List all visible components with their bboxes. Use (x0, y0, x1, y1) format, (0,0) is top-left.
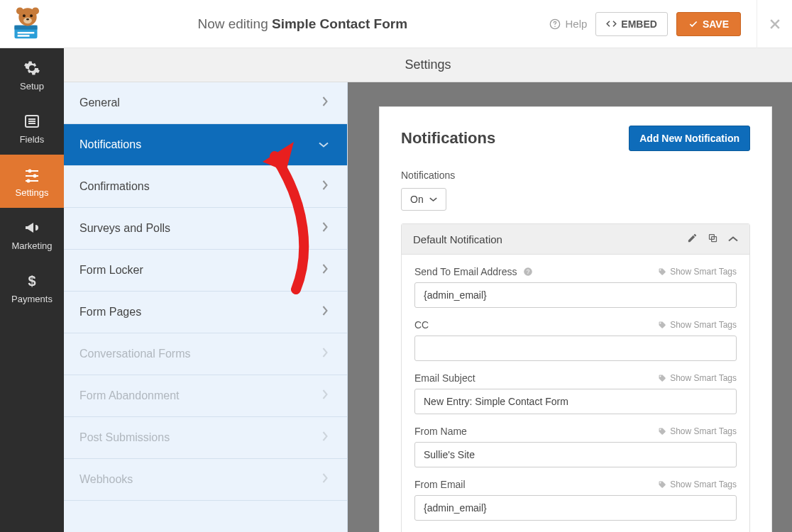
chevron-down-icon (429, 197, 437, 202)
edit-icon[interactable] (687, 233, 698, 245)
notifications-panel: Notifications Add New Notification Notif… (379, 106, 772, 532)
sidebar-item-label: General (79, 96, 120, 109)
add-notification-button[interactable]: Add New Notification (629, 126, 750, 151)
notification-item-header: Default Notification (402, 224, 749, 255)
sidebar-item-label: Form Pages (79, 306, 141, 318)
check-icon (688, 19, 698, 29)
nav-label: Setup (0, 81, 64, 92)
show-smart-tags[interactable]: Show Smart Tags (658, 480, 737, 489)
send-to-input[interactable] (414, 282, 737, 308)
svg-point-22 (33, 174, 37, 178)
field-from-name: From Name Show Smart Tags (414, 426, 737, 467)
help-icon[interactable]: ? (523, 267, 533, 277)
save-button[interactable]: SAVE (676, 12, 741, 36)
close-icon (768, 17, 782, 31)
save-label: SAVE (703, 18, 729, 30)
bullhorn-icon (23, 219, 40, 236)
sidebar-item-conversational[interactable]: Conversational Forms (64, 333, 347, 375)
form-name: Simple Contact Form (272, 16, 407, 31)
svg-rect-2 (18, 31, 35, 33)
sidebar-item-general[interactable]: General (64, 82, 347, 124)
field-label: Send To Email Address ? (414, 266, 533, 277)
field-subject: Email Subject Show Smart Tags (414, 372, 737, 414)
code-icon (606, 18, 617, 29)
embed-label: EMBED (621, 18, 657, 30)
collapse-icon[interactable] (728, 233, 738, 245)
chevron-right-icon (322, 96, 329, 109)
subject-input[interactable] (414, 389, 737, 414)
panel-heading: Notifications (401, 129, 495, 148)
sidebar-item-label: Post Submissions (79, 431, 170, 444)
notifications-toggle-label: Notifications (401, 170, 750, 181)
field-cc: CC Show Smart Tags (414, 319, 737, 361)
field-from-email: From Email Show Smart Tags (414, 479, 737, 521)
right-column: Settings General Notifications (64, 48, 792, 532)
show-smart-tags[interactable]: Show Smart Tags (658, 426, 737, 436)
sliders-icon (23, 166, 40, 183)
show-smart-tags[interactable]: Show Smart Tags (658, 373, 737, 383)
notification-item: Default Notification (401, 223, 750, 532)
field-send-to: Send To Email Address ? Show Smart Tags (414, 266, 737, 308)
chevron-right-icon (322, 473, 329, 486)
chevron-down-icon (319, 138, 329, 151)
sidebar-item-post-submissions[interactable]: Post Submissions (64, 417, 347, 459)
tag-icon (658, 427, 666, 436)
cc-input[interactable] (414, 336, 737, 361)
sidebar-item-formpages[interactable]: Form Pages (64, 292, 347, 333)
svg-rect-1 (14, 25, 37, 29)
sidebar-item-surveys[interactable]: Surveys and Polls (64, 208, 347, 250)
nav-label: Fields (0, 134, 64, 145)
svg-point-7 (23, 14, 26, 17)
chevron-right-icon (322, 264, 329, 277)
sidebar-item-confirmations[interactable]: Confirmations (64, 166, 347, 208)
chevron-right-icon (322, 348, 329, 360)
preview-area: Notifications Add New Notification Notif… (348, 82, 792, 532)
nav-item-settings[interactable]: Settings (0, 155, 64, 208)
settings-title-text: Settings (405, 57, 451, 72)
help-link[interactable]: Help (549, 18, 587, 30)
nav-label: Settings (0, 187, 64, 198)
field-label: Email Subject (414, 372, 475, 384)
nav-item-marketing[interactable]: Marketing (0, 208, 64, 261)
gear-icon (23, 60, 40, 77)
copy-icon[interactable] (708, 233, 718, 245)
sidebar-item-label: Webhooks (79, 473, 133, 486)
nav-label: Marketing (0, 240, 64, 251)
chevron-right-icon (322, 431, 329, 444)
settings-split: General Notifications Confirmations (64, 82, 792, 532)
settings-sidebar: General Notifications Confirmations (64, 82, 348, 532)
lower-layout: Setup Fields Settings Marketing $ Paymen… (0, 48, 792, 532)
dollar-icon: $ (23, 272, 40, 289)
chevron-right-icon (322, 222, 329, 235)
editing-title: Now editing Simple Contact Form (55, 16, 549, 32)
svg-text:$: $ (28, 273, 35, 289)
svg-point-10 (26, 18, 29, 20)
close-button[interactable] (757, 0, 792, 48)
sidebar-item-notifications[interactable]: Notifications (64, 124, 347, 166)
sidebar-item-formlocker[interactable]: Form Locker (64, 250, 347, 292)
sidebar-item-label: Conversational Forms (79, 348, 191, 360)
from-email-input[interactable] (414, 495, 737, 521)
editing-prefix: Now editing (197, 16, 268, 31)
app-logo (9, 5, 47, 43)
settings-page-title: Settings (64, 48, 792, 82)
tag-icon (658, 374, 666, 382)
toggle-state: On (410, 194, 424, 205)
show-smart-tags[interactable]: Show Smart Tags (658, 320, 737, 330)
embed-button[interactable]: EMBED (595, 12, 668, 36)
notification-name: Default Notification (413, 233, 502, 245)
show-smart-tags[interactable]: Show Smart Tags (658, 267, 737, 277)
nav-item-payments[interactable]: $ Payments (0, 261, 64, 314)
help-icon (549, 18, 561, 30)
nav-item-fields[interactable]: Fields (0, 101, 64, 155)
nav-item-setup[interactable]: Setup (0, 48, 64, 101)
from-name-input[interactable] (414, 442, 737, 467)
svg-point-5 (16, 7, 23, 14)
sidebar-item-abandonment[interactable]: Form Abandonment (64, 375, 347, 417)
field-label: From Email (414, 479, 466, 490)
sidebar-item-label: Form Abandonment (79, 389, 180, 402)
tag-icon (658, 480, 666, 489)
svg-point-12 (555, 26, 556, 27)
notifications-toggle[interactable]: On (401, 188, 446, 211)
sidebar-item-webhooks[interactable]: Webhooks (64, 459, 347, 501)
